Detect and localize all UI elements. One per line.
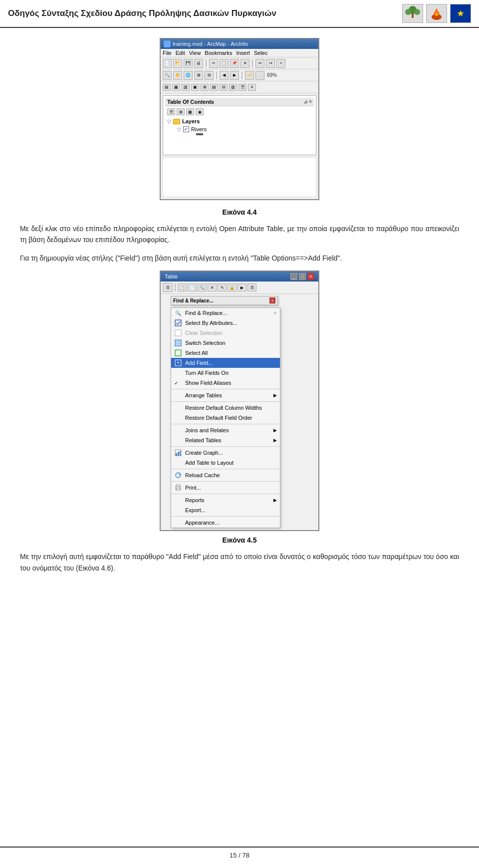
tt-b6[interactable]: 🔒 bbox=[228, 284, 237, 291]
tb-paste[interactable]: 📌 bbox=[230, 59, 239, 68]
appearance-icon bbox=[174, 519, 182, 527]
menu-restore-col-widths[interactable]: Restore Default Column Widths bbox=[171, 403, 280, 413]
menu-create-graph[interactable]: Create Graph... bbox=[171, 448, 280, 458]
menu-restore-field-order[interactable]: Restore Default Field Order bbox=[171, 413, 280, 423]
arrange-tables-arrow: ▶ bbox=[273, 393, 277, 398]
tb-t7[interactable]: ⊟ bbox=[220, 84, 228, 91]
menu-add-table-layout-label: Add Table to Layout bbox=[185, 460, 234, 466]
menu-arrange-tables[interactable]: Arrange Tables ▶ bbox=[171, 390, 280, 400]
toc-tb3[interactable]: ▦ bbox=[186, 108, 194, 115]
tb-delete[interactable]: ✕ bbox=[240, 59, 249, 68]
tb-pan[interactable]: ✋ bbox=[173, 71, 182, 80]
tt-b8[interactable]: ☰ bbox=[247, 284, 256, 291]
menu-print[interactable]: Print... bbox=[171, 483, 280, 493]
tb-t4[interactable]: ▣ bbox=[191, 84, 199, 91]
arcmap-screenshot: training.mxd - ArcMap - ArcInfo File Edi… bbox=[160, 38, 319, 200]
svg-rect-5 bbox=[175, 320, 181, 326]
toc-tb2[interactable]: ⊞ bbox=[177, 108, 185, 115]
tt-b4[interactable]: ✕ bbox=[208, 284, 217, 291]
tb-forward[interactable]: ▶ bbox=[230, 71, 239, 80]
menu-file[interactable]: File bbox=[163, 50, 172, 56]
find-replace-popup: Find & Replace... × bbox=[171, 296, 318, 305]
menu-add-table-layout[interactable]: Add Table to Layout bbox=[171, 458, 280, 468]
menu-appearance[interactable]: Appearance... bbox=[171, 518, 280, 528]
menu-view[interactable]: View bbox=[189, 50, 201, 56]
paragraph-2: Για τη δημιουργία νέας στήλης ("Field") … bbox=[20, 253, 459, 264]
menu-find-replace[interactable]: 🔍 Find & Replace... ✕ bbox=[171, 308, 280, 318]
table-close[interactable]: × bbox=[307, 273, 314, 280]
menu-add-field[interactable]: + Add Field... bbox=[171, 358, 280, 368]
tt-opts[interactable]: ☰ bbox=[163, 283, 173, 292]
tb-t1[interactable]: ▤ bbox=[163, 84, 171, 91]
table-minimize[interactable]: _ bbox=[290, 273, 297, 280]
menu-turn-all-fields[interactable]: Turn All Fields On bbox=[171, 368, 280, 378]
table-maximize[interactable]: □ bbox=[299, 273, 306, 280]
caption-4-4: Εικόνα 4.4 bbox=[20, 208, 459, 216]
tt-b3[interactable]: 🔍 bbox=[198, 284, 207, 291]
header-logos: ★ bbox=[402, 4, 471, 23]
tb-back[interactable]: ◀ bbox=[220, 71, 229, 80]
menu-insert[interactable]: Insert bbox=[236, 50, 250, 56]
tb-t5[interactable]: ⊞ bbox=[201, 84, 209, 91]
menu-switch-selection[interactable]: Switch Selection bbox=[171, 338, 280, 348]
menu-related-tables[interactable]: Related Tables ▶ bbox=[171, 435, 280, 445]
page-footer: 15 / 78 bbox=[0, 847, 479, 863]
menu-select-all[interactable]: Select All bbox=[171, 348, 280, 358]
tb-t2[interactable]: ▦ bbox=[172, 84, 180, 91]
menu-bookmarks[interactable]: Bookmarks bbox=[205, 50, 232, 56]
tb-save[interactable]: 💾 bbox=[184, 59, 193, 68]
toc-expand-layers: ▽ bbox=[167, 119, 171, 124]
tb-nav[interactable]: 🧭 bbox=[245, 71, 254, 80]
tt-b7[interactable]: ▶ bbox=[238, 284, 246, 291]
tt-b5[interactable]: ✎ bbox=[218, 284, 227, 291]
tb-sep1 bbox=[206, 59, 207, 67]
toc-layers-row[interactable]: ▽ Layers bbox=[167, 117, 312, 125]
toc-tb4[interactable]: ◉ bbox=[196, 108, 204, 115]
tb-grid[interactable]: ⊞ bbox=[194, 71, 203, 80]
menu-reload-cache[interactable]: Reload Cache bbox=[171, 470, 280, 480]
toc-folder-icon bbox=[173, 119, 180, 124]
tt-sep bbox=[175, 284, 176, 291]
table-titlebar-controls: _ □ × bbox=[290, 273, 314, 280]
tb-open[interactable]: 📂 bbox=[173, 59, 182, 68]
find-replace-title: Find & Replace... bbox=[173, 298, 214, 303]
tb-print[interactable]: 🖨 bbox=[194, 59, 203, 68]
tb-t8[interactable]: ▥ bbox=[229, 84, 237, 91]
menu-select[interactable]: Selec bbox=[254, 50, 268, 56]
tb-new[interactable]: 📄 bbox=[163, 59, 172, 68]
menu-reports[interactable]: Reports ▶ bbox=[171, 495, 280, 505]
tb-zoom-in[interactable]: 🔍 bbox=[163, 71, 172, 80]
menu-clear-selection[interactable]: Clear Selection bbox=[171, 328, 280, 338]
svg-rect-7 bbox=[175, 340, 181, 346]
tb-globe[interactable]: 🌐 bbox=[184, 71, 193, 80]
svg-rect-8 bbox=[175, 350, 181, 356]
menu-sep-8 bbox=[171, 516, 280, 517]
menu-export-label: Export... bbox=[185, 507, 206, 513]
menu-select-by-attr[interactable]: Select By Attributes... bbox=[171, 318, 280, 328]
tb-fullext[interactable]: ⊟ bbox=[205, 71, 214, 80]
tt-b2[interactable]: 📄 bbox=[188, 284, 197, 291]
tb-t3[interactable]: ▥ bbox=[182, 84, 190, 91]
toc-tb1[interactable]: ☰ bbox=[167, 108, 175, 115]
menu-joins-relates[interactable]: Joins and Relates ▶ bbox=[171, 425, 280, 435]
tb-t9[interactable]: ☰ bbox=[239, 84, 246, 91]
tb-undo[interactable]: ↩ bbox=[255, 59, 264, 68]
toc-rivers-symbol bbox=[167, 133, 312, 135]
tt-b1[interactable]: 📋 bbox=[178, 284, 187, 291]
find-replace-close[interactable]: × bbox=[269, 297, 275, 303]
tb-cut[interactable]: ✂ bbox=[209, 59, 218, 68]
table-window: Table _ □ × ☰ 📋 📄 🔍 ✕ ✎ 🔒 ▶ ☰ bbox=[160, 271, 319, 531]
tb-copy[interactable]: 📋 bbox=[220, 59, 229, 68]
toc-rivers-label: Rivers bbox=[191, 126, 207, 132]
tb-plus[interactable]: + bbox=[276, 59, 285, 68]
menu-show-field-aliases[interactable]: ✓ Show Field Aliases bbox=[171, 378, 280, 388]
tb-t6[interactable]: ▤ bbox=[210, 84, 218, 91]
tb-redo[interactable]: ↪ bbox=[266, 59, 275, 68]
tb-extra[interactable]: ⬜ bbox=[255, 71, 264, 80]
tb-t10[interactable]: ≡ bbox=[248, 84, 256, 91]
toc-checkbox-rivers[interactable]: ✓ bbox=[183, 126, 189, 132]
menu-edit[interactable]: Edit bbox=[176, 50, 185, 56]
toc-rivers-row[interactable]: ▽ ✓ Rivers bbox=[167, 125, 312, 133]
menu-export[interactable]: Export... bbox=[171, 505, 280, 515]
arcmap-menubar[interactable]: File Edit View Bookmarks Insert Selec bbox=[161, 49, 318, 57]
